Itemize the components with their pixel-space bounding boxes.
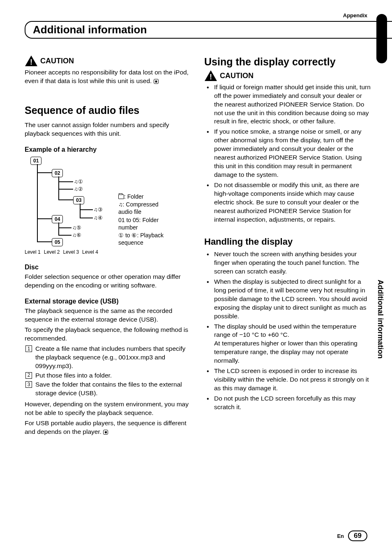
disc-heading: Disc	[25, 263, 192, 272]
audio-file-icon: ♫⑥	[72, 232, 81, 239]
step-number: 3	[25, 381, 32, 388]
sequence-heading: Sequence of audio files	[25, 104, 192, 118]
caution-text: Pioneer accepts no responsibility for da…	[25, 68, 192, 86]
list-item: If you notice smoke, a strange noise or …	[204, 127, 371, 179]
caution-label: CAUTION	[40, 56, 74, 66]
left-column: ! CAUTION Pioneer accepts no responsibil…	[25, 55, 192, 438]
section-title-bar: Additional information	[25, 21, 392, 39]
step-number: 2	[25, 372, 32, 379]
step-text: Put those files into a folder.	[35, 371, 192, 380]
step-text: Create a file name that includes numbers…	[35, 345, 192, 371]
page-number: 69	[348, 531, 367, 541]
usb-heading: External storage device (USB)	[25, 297, 192, 306]
hierarchy-heading: Example of a hierarchy	[25, 145, 192, 154]
list-item: When the display is subjected to direct …	[204, 278, 371, 321]
warning-icon: !	[25, 55, 38, 67]
folder-box: 03	[73, 196, 84, 204]
handling-list: Never touch the screen with anything bes…	[204, 250, 371, 412]
level-labels: Level 1 Level 2 Level 3 Level 4	[25, 249, 98, 255]
step-number: 1	[25, 345, 32, 352]
sequence-intro: The user cannot assign folder numbers an…	[25, 121, 192, 138]
folder-icon	[118, 195, 124, 199]
language-label: En	[337, 533, 344, 539]
caution-label: CAUTION	[220, 71, 254, 81]
step-text: Save the folder that contains the files …	[35, 380, 192, 398]
usb-text: The playback sequence is the same as the…	[25, 307, 192, 324]
list-item: The display should be used within the te…	[204, 322, 371, 366]
page-title: Additional information	[33, 23, 385, 36]
list-item: Do not disassemble or modify this unit, …	[204, 181, 371, 224]
side-section-label: Additional information	[376, 280, 385, 359]
audio-file-icon: ♫⑤	[72, 224, 81, 232]
svg-text:!: !	[30, 58, 32, 66]
usb-text: For USB portable audio players, the sequ…	[25, 419, 192, 436]
folder-box: 04	[52, 215, 63, 223]
hierarchy-legend: : Folder ♫: Compressed audio file 01 to …	[118, 193, 172, 255]
hierarchy-diagram: 01 02 03 04 05 ♫	[25, 157, 111, 255]
list-item: Do not push the LCD screen forcefully as…	[204, 394, 371, 412]
audio-icon: ♫	[118, 201, 123, 208]
audio-file-icon: ♫②	[74, 185, 83, 193]
end-mark-icon: ■	[103, 430, 108, 435]
appendix-label: Appendix	[25, 12, 371, 19]
usb-text: However, depending on the system environ…	[25, 400, 192, 417]
step-list: 1Create a file name that includes number…	[25, 345, 192, 398]
page-footer: En 69	[337, 531, 367, 541]
handling-heading: Handling the display	[204, 236, 371, 248]
caution-list: If liquid or foreign matter should get i…	[204, 83, 371, 224]
list-item: Never touch the screen with anything bes…	[204, 250, 371, 276]
display-heading: Using the display correctly	[204, 55, 371, 69]
end-mark-icon: ■	[154, 79, 159, 84]
audio-file-icon: ♫①	[74, 178, 83, 185]
audio-file-icon: ♫④	[94, 214, 103, 222]
folder-box: 02	[52, 169, 63, 177]
list-item: The LCD screen is exposed in order to in…	[204, 367, 371, 393]
list-item: If liquid or foreign matter should get i…	[204, 83, 371, 126]
usb-text: To specify the playback sequence, the fo…	[25, 326, 192, 343]
folder-box: 05	[52, 238, 63, 246]
audio-file-icon: ♫③	[94, 206, 103, 213]
folder-box: 01	[30, 157, 42, 165]
right-column: Using the display correctly ! CAUTION If…	[204, 55, 371, 438]
warning-icon: !	[204, 70, 217, 81]
disc-text: Folder selection sequence or other opera…	[25, 273, 192, 290]
svg-text:!: !	[210, 73, 212, 81]
